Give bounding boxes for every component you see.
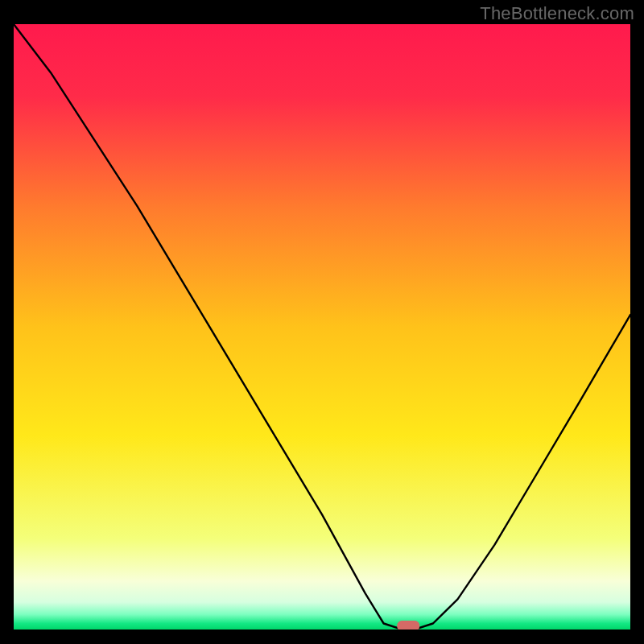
optimal-point-marker xyxy=(397,621,419,630)
gradient-background xyxy=(14,24,630,630)
watermark-text: TheBottleneck.com xyxy=(480,3,634,24)
bottleneck-chart xyxy=(14,24,630,630)
chart-frame: TheBottleneck.com xyxy=(0,0,644,644)
